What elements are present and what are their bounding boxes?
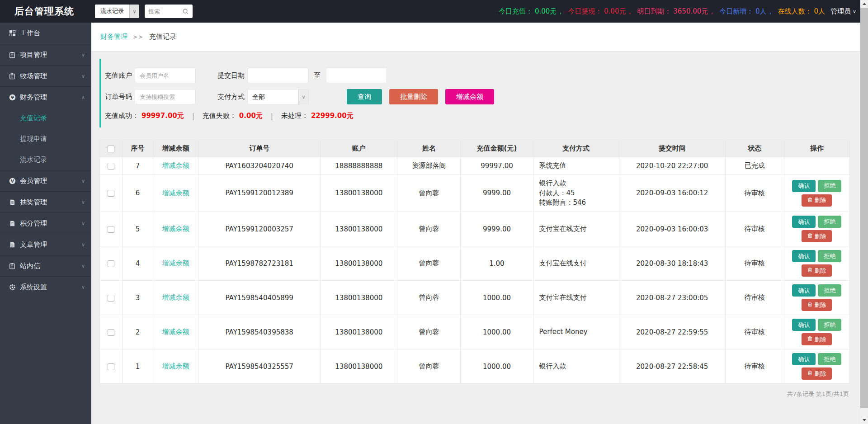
gear-icon [9,283,16,291]
adjust-balance-link[interactable]: 增减余额 [162,161,189,170]
cell-account[interactable]: 13800138000 [321,281,397,315]
cell-amount: 9999.00 [461,174,533,212]
date-to-input[interactable] [326,68,387,83]
sidebar-subitem[interactable]: 提现申请 [0,128,91,149]
reject-button[interactable]: 拒绝 [818,180,841,192]
cell-account[interactable]: 13800138000 [321,174,397,212]
row-checkbox[interactable] [108,295,114,302]
search-input[interactable] [148,8,180,15]
pay-method-select[interactable]: 全部 ∨ [247,89,309,104]
search-icon[interactable] [182,8,189,15]
batch-delete-button[interactable]: 批量删除 [389,89,438,104]
topbar-search[interactable] [145,5,193,18]
recharge-account-input[interactable] [135,68,196,83]
sidebar-item[interactable]: 抽奖管理∨ [0,191,91,212]
pay-method-label: 支付方式 [217,93,247,101]
row-checkbox[interactable] [108,329,114,336]
adjust-balance-button[interactable]: 增减余额 [445,89,494,104]
document-icon [9,220,16,227]
cell-account[interactable]: 13800138000 [321,315,397,349]
cell-account[interactable]: 13800138000 [321,212,397,246]
cell-account[interactable]: 18888888888 [321,157,397,175]
confirm-button[interactable]: 确认 [792,216,816,228]
cell-actions: 确认拒绝删除 [784,315,849,349]
sidebar-subitem[interactable]: 充值记录 [0,108,91,128]
admin-menu[interactable]: 管理员 ∨ [830,7,856,16]
adjust-balance-link[interactable]: 增减余额 [162,189,189,197]
order-number-input[interactable] [135,89,196,104]
summary-value: 0.00元 [239,112,263,120]
date-to-label: 至 [314,71,321,80]
date-from-input[interactable] [247,68,308,83]
page-scrollbar[interactable] [860,0,868,424]
delete-button[interactable]: 删除 [802,194,832,207]
chevron-down-icon: ∨ [81,284,85,290]
sidebar-item[interactable]: 站内信∨ [0,255,91,276]
sidebar-item[interactable]: 文章管理∨ [0,234,91,255]
adjust-balance-link[interactable]: 增减余额 [162,293,189,302]
chevron-down-icon[interactable]: ∨ [129,5,139,18]
reject-button[interactable]: 拒绝 [818,319,841,331]
sidebar-subitem[interactable]: 流水记录 [0,149,91,170]
reject-button[interactable]: 拒绝 [818,284,841,297]
query-button[interactable]: 查询 [347,89,382,104]
sidebar-item[interactable]: V会员管理∨ [0,170,91,191]
topbar-stat: 在线人数： 0人 [778,7,826,16]
cell-order-number: PAY1598540325557 [198,349,321,384]
delete-button[interactable]: 删除 [802,299,832,311]
sidebar-item[interactable]: 工作台 [0,23,91,44]
sidebar-item[interactable]: 系统设置∨ [0,276,91,297]
confirm-button[interactable]: 确认 [792,319,816,331]
table-row: 6增减余额PAY159912001238913800138000曾向蓉9999.… [100,174,850,212]
scrollbar-thumb[interactable] [860,8,868,408]
cell-status: 已完成 [725,157,784,175]
delete-button[interactable]: 删除 [802,230,832,242]
module-select[interactable]: 流水记录 ∨ [95,5,139,18]
confirm-button[interactable]: 确认 [792,250,816,262]
confirm-button[interactable]: 确认 [792,353,816,365]
delete-button[interactable]: 删除 [802,333,832,345]
row-checkbox[interactable] [108,363,114,370]
row-checkbox[interactable] [108,226,114,233]
table-header-cell: 姓名 [397,140,461,157]
reject-button[interactable]: 拒绝 [818,353,841,365]
cell-payment-method: Perfect Money [533,315,619,349]
confirm-button[interactable]: 确认 [792,284,816,297]
reject-button[interactable]: 拒绝 [818,216,841,228]
cell-name: 曾向蓉 [397,212,461,246]
adjust-balance-link[interactable]: 增减余额 [162,259,189,267]
clipboard-icon [9,51,16,58]
sidebar-item[interactable]: 牧场管理∨ [0,65,91,86]
adjust-balance-link[interactable]: 增减余额 [162,362,189,370]
adjust-balance-link[interactable]: 增减余额 [162,225,189,233]
cell-payment-method: 银行入款付款人：45转账附言：546 [533,174,619,212]
cell-order-number: PAY1598540405899 [198,281,321,315]
trash-icon [807,197,812,204]
topbar-stat: 今日充值： 0.00元， [499,7,564,16]
cell-account[interactable]: 13800138000 [321,246,397,281]
reject-button[interactable]: 拒绝 [818,250,841,262]
cell-status: 待审核 [725,212,784,246]
topbar-stats: 今日充值： 0.00元，今日提现： 0.00元，明日到期： 3650.00元，今… [499,7,830,16]
breadcrumb: 财务管理 >> 充值记录 [91,23,868,52]
row-checkbox[interactable] [108,260,114,267]
adjust-balance-link[interactable]: 增减余额 [162,328,189,336]
sidebar-item[interactable]: 积分管理∨ [0,212,91,234]
svg-text:V: V [11,179,14,183]
scroll-up-icon[interactable] [860,0,868,8]
delete-button[interactable]: 删除 [802,264,832,277]
table-row: 3增减余额PAY159854040589913800138000曾向蓉1000.… [100,281,850,315]
breadcrumb-parent[interactable]: 财务管理 [100,33,127,41]
sidebar-item[interactable]: ¥财务管理∧ [0,86,91,108]
row-checkbox[interactable] [108,190,114,197]
row-checkbox[interactable] [108,163,114,170]
cell-account[interactable]: 13800138000 [321,349,397,384]
select-all-checkbox[interactable] [108,146,114,152]
scroll-down-icon[interactable] [860,416,868,424]
cell-amount: 9999.00 [461,212,533,246]
cell-seq: 1 [123,349,153,384]
sidebar-item[interactable]: 项目管理∨ [0,44,91,65]
confirm-button[interactable]: 确认 [792,180,816,192]
sidebar-item-label: 财务管理 [20,93,47,102]
delete-button[interactable]: 删除 [802,367,832,380]
